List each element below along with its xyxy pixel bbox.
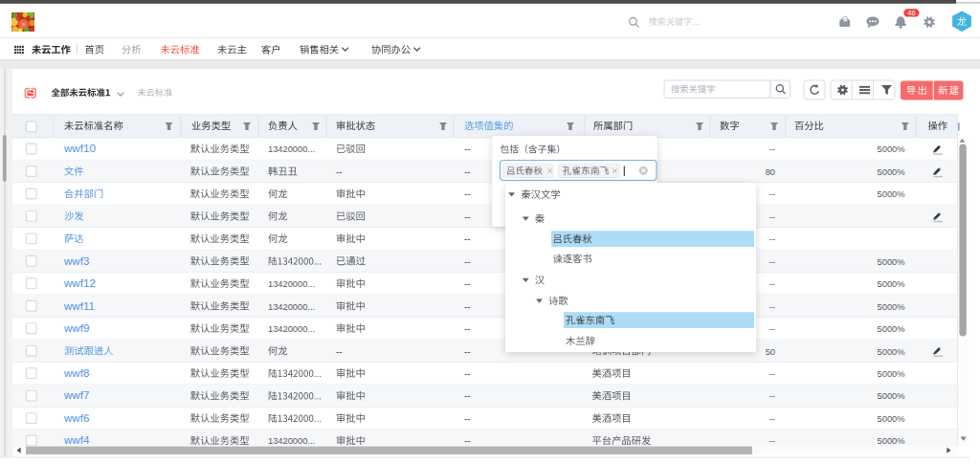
svg-text:--: -- xyxy=(769,414,775,424)
svg-text:--: -- xyxy=(769,234,775,244)
svg-text:--: -- xyxy=(769,257,775,267)
svg-text:--: -- xyxy=(464,166,471,177)
svg-text:5000%: 5000% xyxy=(878,324,905,334)
svg-text:--: -- xyxy=(769,302,775,312)
svg-text:wwf12: wwf12 xyxy=(63,276,96,289)
svg-text:5000%: 5000% xyxy=(878,414,905,424)
svg-text:13420000...: 13420000... xyxy=(268,144,315,154)
svg-text:--: -- xyxy=(464,278,471,289)
svg-text:--: -- xyxy=(769,212,775,222)
svg-text:wwf3: wwf3 xyxy=(63,254,89,267)
svg-text:--: -- xyxy=(769,189,775,199)
svg-text:wwf9: wwf9 xyxy=(63,321,89,334)
svg-text:46: 46 xyxy=(907,9,915,17)
svg-text:13420000...: 13420000... xyxy=(268,436,315,446)
svg-text:--: -- xyxy=(336,166,343,177)
svg-text:50: 50 xyxy=(766,347,775,357)
svg-text:80: 80 xyxy=(766,167,775,177)
svg-text:wwf4: wwf4 xyxy=(63,433,90,446)
svg-text:--: -- xyxy=(769,436,775,446)
svg-text:5000%: 5000% xyxy=(878,257,905,267)
svg-text:--: -- xyxy=(464,256,471,267)
svg-text:--: -- xyxy=(464,413,471,424)
svg-text:--: -- xyxy=(464,211,471,222)
svg-text:--: -- xyxy=(464,233,471,244)
svg-text:--: -- xyxy=(769,324,775,334)
svg-text:5000%: 5000% xyxy=(878,347,905,357)
svg-text:5000%: 5000% xyxy=(878,436,905,446)
svg-text:13420000...: 13420000... xyxy=(268,302,315,312)
svg-text:5000%: 5000% xyxy=(878,391,905,401)
svg-text:5000%: 5000% xyxy=(878,167,905,177)
svg-text:--: -- xyxy=(769,369,775,379)
svg-text:wwf10: wwf10 xyxy=(63,142,96,154)
svg-text:wwf7: wwf7 xyxy=(63,388,89,401)
svg-text:13420000...: 13420000... xyxy=(268,279,315,289)
svg-text:5000%: 5000% xyxy=(878,279,905,289)
svg-text:--: -- xyxy=(464,435,471,446)
svg-text:--: -- xyxy=(464,323,471,334)
svg-text:--: -- xyxy=(464,144,471,154)
svg-text:wwf11: wwf11 xyxy=(63,299,95,312)
svg-text:--: -- xyxy=(464,390,471,401)
svg-text:5000%: 5000% xyxy=(878,144,905,154)
svg-text:--: -- xyxy=(769,144,775,154)
svg-text:wwf8: wwf8 xyxy=(63,366,89,379)
svg-text:13420000...: 13420000... xyxy=(268,324,315,334)
svg-text:--: -- xyxy=(464,368,471,379)
svg-text:--: -- xyxy=(336,346,343,357)
svg-text:--: -- xyxy=(769,391,775,401)
svg-text:--: -- xyxy=(464,346,471,357)
svg-text:5000%: 5000% xyxy=(878,369,905,379)
svg-text:5000%: 5000% xyxy=(878,302,905,312)
svg-text:wwf6: wwf6 xyxy=(63,411,89,424)
svg-text:--: -- xyxy=(464,188,471,199)
svg-text:--: -- xyxy=(464,301,471,312)
svg-text:--: -- xyxy=(769,279,775,289)
svg-text:5000%: 5000% xyxy=(878,189,905,199)
